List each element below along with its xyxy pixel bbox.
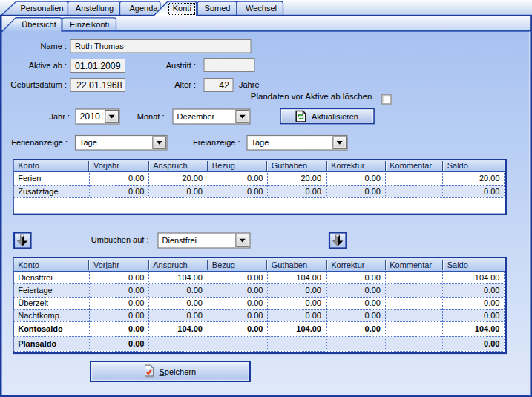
svg-text:0.00: 0.00 bbox=[365, 273, 381, 282]
svg-text:Somed: Somed bbox=[205, 4, 231, 13]
svg-text:Überzeit: Überzeit bbox=[18, 298, 48, 307]
svg-text:Vorjahr: Vorjahr bbox=[93, 260, 119, 269]
svg-text:20.00: 20.00 bbox=[301, 174, 321, 183]
svg-text:Vorjahr: Vorjahr bbox=[93, 161, 119, 170]
svg-text:Jahr :: Jahr : bbox=[49, 112, 70, 121]
svg-text:Ferien: Ferien bbox=[18, 174, 41, 183]
svg-text:0.00: 0.00 bbox=[128, 174, 144, 183]
svg-text:Agenda: Agenda bbox=[130, 4, 159, 13]
svg-text:Austritt :: Austritt : bbox=[166, 61, 196, 70]
svg-text:0.00: 0.00 bbox=[247, 187, 263, 196]
svg-text:0.00: 0.00 bbox=[128, 311, 144, 320]
svg-text:01.01.2009: 01.01.2009 bbox=[75, 61, 121, 71]
svg-text:Ferienanzeige :: Ferienanzeige : bbox=[11, 138, 68, 147]
svg-text:Feiertage: Feiertage bbox=[18, 286, 52, 295]
svg-text:Nachtkomp.: Nachtkomp. bbox=[18, 311, 62, 320]
svg-text:Kommentar: Kommentar bbox=[390, 260, 432, 269]
svg-text:Kontosaldo: Kontosaldo bbox=[18, 324, 63, 333]
svg-text:0.00: 0.00 bbox=[484, 298, 499, 307]
svg-text:104.00: 104.00 bbox=[475, 273, 500, 282]
svg-text:0.00: 0.00 bbox=[247, 286, 263, 295]
svg-text:20.00: 20.00 bbox=[479, 174, 500, 183]
svg-text:Name :: Name : bbox=[41, 42, 67, 50]
svg-text:20.00: 20.00 bbox=[182, 174, 203, 183]
svg-text:Anspruch: Anspruch bbox=[153, 260, 187, 269]
svg-text:0.00: 0.00 bbox=[365, 286, 381, 295]
svg-text:Anstellung: Anstellung bbox=[76, 4, 114, 13]
svg-text:Guthaben: Guthaben bbox=[272, 260, 307, 269]
svg-text:0.00: 0.00 bbox=[306, 187, 321, 196]
svg-text:Konto: Konto bbox=[18, 161, 39, 170]
svg-text:Geburtsdatum :: Geburtsdatum : bbox=[10, 80, 67, 89]
svg-text:0.00: 0.00 bbox=[247, 298, 263, 307]
svg-text:Tage: Tage bbox=[252, 138, 269, 147]
svg-text:Kommentar: Kommentar bbox=[390, 161, 432, 170]
svg-text:0.00: 0.00 bbox=[187, 187, 203, 196]
svg-text:42: 42 bbox=[219, 80, 229, 91]
svg-text:0.00: 0.00 bbox=[484, 311, 499, 320]
svg-text:0.00: 0.00 bbox=[365, 298, 381, 307]
svg-text:0.00: 0.00 bbox=[306, 298, 321, 307]
svg-text:Dienstfrei: Dienstfrei bbox=[162, 236, 197, 245]
svg-text:Monat :: Monat : bbox=[137, 112, 165, 121]
svg-text:0.00: 0.00 bbox=[247, 324, 263, 333]
svg-text:0.00: 0.00 bbox=[365, 187, 381, 196]
svg-text:Einzelkonti: Einzelkonti bbox=[70, 20, 109, 29]
svg-text:0.00: 0.00 bbox=[247, 311, 263, 320]
svg-text:0.00: 0.00 bbox=[484, 187, 499, 196]
svg-text:Plansaldo: Plansaldo bbox=[18, 339, 56, 348]
svg-text:Übersicht: Übersicht bbox=[22, 20, 56, 29]
svg-text:Saldo: Saldo bbox=[447, 161, 468, 170]
svg-text:Konto: Konto bbox=[18, 260, 39, 269]
svg-text:0.00: 0.00 bbox=[128, 298, 144, 307]
svg-text:104.00: 104.00 bbox=[296, 273, 321, 282]
svg-text:Zusatztage: Zusatztage bbox=[18, 187, 58, 196]
svg-text:Wechsel: Wechsel bbox=[246, 4, 277, 13]
svg-text:22.01.1968: 22.01.1968 bbox=[76, 80, 122, 91]
svg-text:0.00: 0.00 bbox=[128, 286, 144, 295]
svg-text:Aktive ab :: Aktive ab : bbox=[29, 61, 67, 70]
svg-text:Konti: Konti bbox=[173, 4, 191, 13]
svg-text:0.00: 0.00 bbox=[128, 324, 144, 333]
svg-text:0.00: 0.00 bbox=[128, 273, 144, 282]
svg-text:0.00: 0.00 bbox=[247, 174, 263, 183]
svg-text:0.00: 0.00 bbox=[128, 339, 144, 348]
svg-text:104.00: 104.00 bbox=[177, 273, 203, 282]
svg-text:104.00: 104.00 bbox=[296, 324, 321, 333]
svg-text:Korrektur: Korrektur bbox=[331, 260, 365, 269]
svg-text:Speichern: Speichern bbox=[160, 367, 197, 376]
svg-text:Umbuchen auf :: Umbuchen auf : bbox=[91, 235, 149, 244]
svg-text:Saldo: Saldo bbox=[447, 260, 468, 269]
svg-text:0.00: 0.00 bbox=[187, 286, 203, 295]
svg-text:0.00: 0.00 bbox=[128, 187, 144, 196]
svg-text:0.00: 0.00 bbox=[306, 286, 321, 295]
svg-text:Freianzeige :: Freianzeige : bbox=[193, 138, 240, 147]
svg-text:Tage: Tage bbox=[79, 138, 97, 147]
svg-text:Dienstfrei: Dienstfrei bbox=[18, 273, 52, 282]
svg-text:Dezember: Dezember bbox=[177, 112, 215, 121]
svg-text:Alter :: Alter : bbox=[174, 80, 196, 89]
svg-text:Guthaben: Guthaben bbox=[272, 161, 307, 170]
svg-text:Korrektur: Korrektur bbox=[331, 161, 365, 170]
svg-text:104.00: 104.00 bbox=[475, 324, 500, 333]
svg-text:0.00: 0.00 bbox=[187, 311, 203, 320]
svg-text:0.00: 0.00 bbox=[187, 298, 203, 307]
svg-text:0.00: 0.00 bbox=[365, 324, 381, 333]
svg-text:Aktualisieren: Aktualisieren bbox=[312, 112, 358, 121]
svg-text:0.00: 0.00 bbox=[365, 174, 381, 183]
svg-text:2010: 2010 bbox=[80, 111, 101, 122]
svg-text:Jahre: Jahre bbox=[239, 80, 260, 89]
svg-text:0.00: 0.00 bbox=[484, 286, 499, 295]
svg-text:0.00: 0.00 bbox=[306, 311, 321, 320]
svg-text:Bezug: Bezug bbox=[212, 161, 235, 170]
svg-text:0.00: 0.00 bbox=[365, 311, 381, 320]
svg-text:0.00: 0.00 bbox=[484, 339, 499, 348]
svg-text:Bezug: Bezug bbox=[212, 260, 235, 269]
svg-text:Anspruch: Anspruch bbox=[153, 161, 187, 170]
svg-text:Personalien: Personalien bbox=[20, 4, 63, 13]
svg-text:Plandaten vor Aktive ab lösche: Plandaten vor Aktive ab löschen bbox=[251, 92, 372, 101]
svg-text:104.00: 104.00 bbox=[177, 324, 203, 333]
svg-text:0.00: 0.00 bbox=[247, 273, 263, 282]
svg-text:Roth Thomas: Roth Thomas bbox=[75, 42, 124, 50]
